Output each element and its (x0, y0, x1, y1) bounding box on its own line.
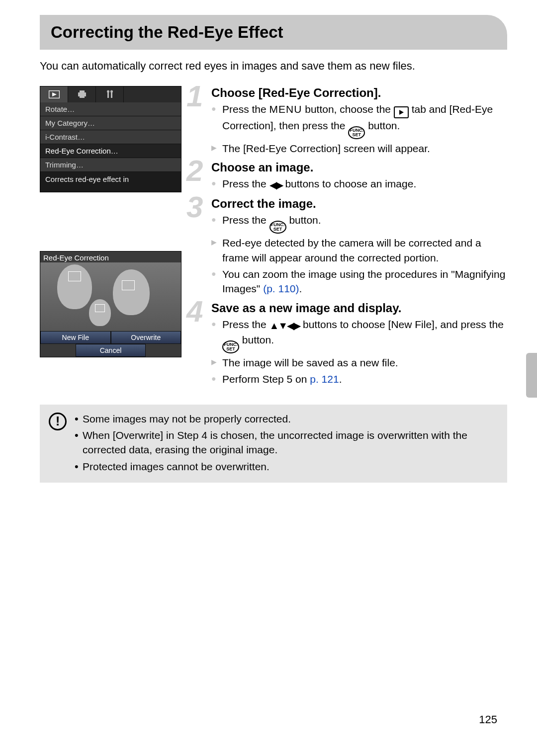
camera-menu-hint: Corrects red-eye effect in (40, 172, 181, 188)
cancel-button: Cancel (76, 344, 146, 357)
page-intro: You can automatically correct red eyes i… (40, 59, 507, 74)
step-line: The [Red-Eye Correction] screen will app… (211, 141, 507, 156)
caution-box: ! Some images may not be properly correc… (40, 405, 507, 483)
svg-rect-4 (80, 95, 85, 98)
step-line: You can zoom the image using the procedu… (211, 267, 507, 296)
redeye-title: Red-Eye Correction (43, 253, 109, 262)
step-title: Correct the image. (211, 197, 507, 211)
camera-menu-item: Red-Eye Correction… (40, 144, 181, 158)
step-line: Press the FUNC.SET button. (211, 213, 507, 234)
playback-icon (394, 106, 409, 118)
func-set-icon: FUNC.SET (269, 221, 286, 234)
func-set-icon: FUNC.SET (348, 126, 365, 139)
step: 2Choose an image.Press the ◀▶ buttons to… (195, 161, 507, 192)
svg-marker-1 (52, 92, 57, 96)
up-down-left-right-arrows-icon: ▲▼◀▶ (269, 320, 300, 331)
svg-point-7 (107, 90, 109, 92)
camera-menu-item: Trimming… (40, 158, 181, 172)
step-line: Perform Step 5 on p. 121. (211, 372, 507, 386)
new-file-button: New File (40, 331, 111, 344)
step-number: 3 (186, 190, 203, 224)
svg-marker-9 (399, 110, 404, 115)
print-tab-icon (68, 86, 96, 102)
page-reference[interactable]: p. 121 (310, 373, 339, 385)
playback-tab-icon (40, 86, 68, 102)
step-line: Press the ◀▶ buttons to choose an image. (211, 176, 507, 192)
camera-menu-item: Rotate… (40, 102, 181, 116)
caution-item: Some images may not be properly correcte… (75, 412, 498, 426)
left-right-arrows-icon: ◀▶ (269, 179, 282, 190)
step: 4Save as a new image and display.Press t… (195, 301, 507, 387)
redeye-preview-screenshot: Red-Eye Correction New File Overwrite (40, 251, 181, 357)
caution-item: Protected images cannot be overwritten. (75, 459, 498, 474)
svg-point-8 (110, 90, 113, 92)
step-body: Press the MENU button, choose the tab an… (211, 102, 507, 156)
step-number: 2 (186, 154, 203, 188)
svg-rect-2 (80, 90, 85, 92)
camera-menu-item: My Category… (40, 116, 181, 130)
page-title-bar: Correcting the Red-Eye Effect (40, 15, 507, 50)
section-tab (526, 353, 537, 398)
step-title: Save as a new image and display. (211, 301, 507, 315)
step-line: The image will be saved as a new file. (211, 355, 507, 370)
camera-menu-item: i-Contrast… (40, 130, 181, 144)
step-title: Choose an image. (211, 161, 507, 174)
page-reference[interactable]: (p. 110) (263, 283, 299, 294)
func-set-icon: FUNC.SET (222, 340, 239, 353)
step-body: Press the ◀▶ buttons to choose an image. (211, 176, 507, 192)
step: 1Choose [Red-Eye Correction].Press the M… (195, 86, 507, 156)
caution-icon: ! (49, 413, 67, 430)
tools-tab-icon (96, 86, 124, 102)
step-title: Choose [Red-Eye Correction]. (211, 86, 507, 100)
step-line: Red-eye detected by the camera will be c… (211, 236, 507, 265)
step-line: Press the MENU button, choose the tab an… (211, 102, 507, 139)
step: 3Correct the image.Press the FUNC.SET bu… (195, 197, 507, 296)
page-number: 125 (479, 713, 497, 726)
step-body: Press the ▲▼◀▶ buttons to choose [New Fi… (211, 317, 507, 387)
caution-item: When [Overwrite] in Step 4 is chosen, th… (75, 428, 498, 457)
step-number: 1 (186, 79, 203, 113)
step-line: Press the ▲▼◀▶ buttons to choose [New Fi… (211, 317, 507, 353)
menu-label: MENU (269, 103, 302, 115)
overwrite-button: Overwrite (111, 331, 181, 344)
step-number: 4 (186, 294, 203, 329)
step-body: Press the FUNC.SET button.Red-eye detect… (211, 213, 507, 296)
camera-menu-screenshot: Rotate…My Category…i-Contrast…Red-Eye Co… (40, 86, 181, 192)
page-title: Correcting the Red-Eye Effect (51, 23, 496, 42)
